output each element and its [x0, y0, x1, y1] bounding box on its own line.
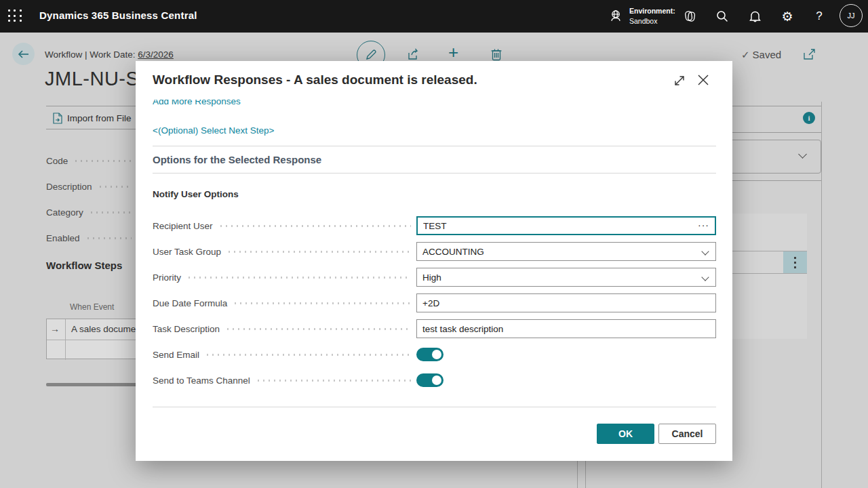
settings-gear-icon[interactable]: ⚙: [777, 0, 797, 33]
app-title[interactable]: Dynamics 365 Business Central: [39, 9, 197, 21]
send-email-row: Send Email: [153, 345, 716, 364]
environment-icon[interactable]: [606, 0, 626, 33]
priority-select[interactable]: [417, 268, 715, 286]
recipient-user-input[interactable]: [418, 218, 715, 234]
user-task-group-field: [416, 242, 716, 261]
toggle-knob: [432, 375, 441, 385]
send-email-toggle[interactable]: [416, 348, 443, 361]
divider: [153, 407, 716, 407]
top-navigation-bar: Dynamics 365 Business Central Environmen…: [0, 0, 868, 33]
recipient-user-row: Recipient User ···: [153, 216, 716, 235]
lookup-ellipsis-button[interactable]: ···: [698, 220, 709, 230]
copilot-icon[interactable]: [679, 0, 700, 33]
environment-text[interactable]: Environment: Sandbox: [629, 6, 675, 26]
priority-field: [416, 268, 716, 287]
search-icon[interactable]: [712, 0, 732, 33]
priority-row: Priority: [153, 268, 716, 287]
notifications-icon[interactable]: [745, 0, 765, 33]
due-date-formula-input[interactable]: [417, 294, 715, 312]
toggle-knob: [432, 350, 441, 359]
dialog-title: Workflow Responses - A sales document is…: [153, 73, 477, 87]
recipient-user-field: ···: [416, 216, 716, 235]
app-launcher-icon[interactable]: [8, 9, 23, 23]
cancel-button[interactable]: Cancel: [658, 424, 716, 444]
user-avatar[interactable]: JJ: [840, 4, 863, 27]
due-date-formula-row: Due Date Formula: [153, 293, 716, 312]
due-date-formula-field: [416, 293, 716, 312]
user-task-group-row: User Task Group: [153, 242, 716, 261]
workflow-responses-dialog: Workflow Responses - A sales document is…: [136, 61, 732, 461]
options-section-heading: Options for the Selected Response: [153, 154, 321, 165]
send-teams-row: Send to Teams Channel: [153, 371, 716, 390]
help-icon[interactable]: ?: [810, 0, 828, 33]
close-icon[interactable]: [696, 73, 711, 88]
user-task-group-select[interactable]: [417, 243, 715, 260]
select-next-step-link[interactable]: <(Optional) Select Next Step>: [153, 125, 274, 136]
task-description-input[interactable]: [417, 320, 715, 338]
send-teams-channel-toggle[interactable]: [416, 373, 443, 387]
task-description-field: [416, 319, 716, 338]
notify-user-options-heading: Notify User Options: [153, 189, 239, 199]
ok-button[interactable]: OK: [597, 424, 654, 444]
divider: [153, 146, 716, 146]
divider: [153, 173, 716, 174]
task-description-row: Task Description: [153, 319, 716, 338]
expand-dialog-icon[interactable]: [673, 74, 688, 89]
add-more-responses-link-clipped[interactable]: Add More Responses: [153, 100, 241, 110]
